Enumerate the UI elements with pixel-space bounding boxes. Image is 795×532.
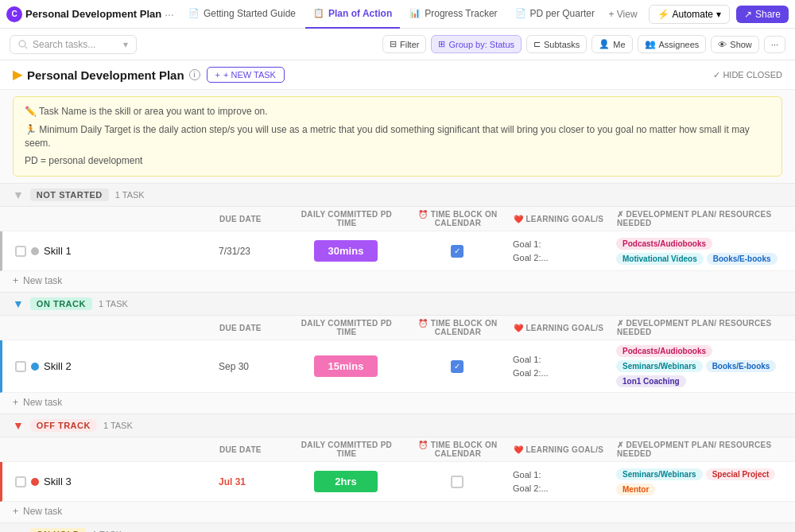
plus-icon: + (215, 70, 220, 80)
col-headers: DUE DATE DAILY COMMITTED PD TIME ⏰ TIME … (0, 316, 795, 340)
section-label-on-track: ON TRACK (30, 297, 92, 310)
task-row: Skill 1 7/31/23 30mins ✓ Goal 1:Goal 2:.… (0, 231, 795, 271)
toolbar-right: ⊟ Filter ⊞ Group by: Status ⊏ Subtasks 👤… (382, 35, 785, 53)
section-header-on-track: ▼ ON TRACK 1 TASK (0, 292, 795, 316)
main-content: ▶ Personal Development Plan i + + NEW TA… (0, 60, 795, 532)
tab-pd-per-quarter[interactable]: 📄PD per Quarter (507, 0, 598, 29)
dev-tag: Seminars/Webinars (616, 360, 703, 372)
search-box[interactable]: Search tasks... ▾ (10, 35, 137, 54)
subtasks-button[interactable]: ⊏ Subtasks (526, 35, 587, 53)
automate-button[interactable]: ⚡ Automate ▾ (649, 5, 730, 24)
group-by-button[interactable]: ⊞ Group by: Status (431, 35, 522, 53)
task-learning: Goal 1:Goal 2:... (513, 468, 616, 495)
tab-label: Getting Started Guide (204, 8, 296, 19)
section-label-not-started: NOT STARTED (30, 188, 109, 201)
dev-tag: Podcasts/Audiobooks (616, 345, 712, 357)
task-checkbox[interactable] (15, 476, 26, 487)
section-header-on-hold: ▼ ON HOLD 1 TASK (0, 522, 795, 532)
section-not-started: ▼ NOT STARTED 1 TASK DUE DATE DAILY COMM… (0, 183, 795, 290)
col-due-date: DUE DATE (219, 215, 291, 223)
section-label-on-hold: ON HOLD (30, 528, 86, 532)
col-headers: DUE DATE DAILY COMMITTED PD TIME ⏰ TIME … (0, 207, 795, 231)
new-task-row[interactable]: + New task (0, 271, 795, 290)
share-button[interactable]: ↗ Share (736, 6, 789, 23)
calendar-checkbox[interactable] (451, 476, 463, 488)
section-toggle-on-hold[interactable]: ▼ (13, 528, 24, 532)
notice-line3: PD = personal development (25, 154, 142, 168)
calendar-checkbox[interactable]: ✓ (451, 245, 463, 258)
section-off-track: ▼ OFF TRACK 1 TASK DUE DATE DAILY COMMIT… (0, 414, 795, 521)
dev-tag: Special Project (706, 468, 776, 480)
section-toggle-not-started[interactable]: ▼ (13, 188, 24, 201)
page-header-title: ▶ Personal Development Plan i (13, 68, 200, 82)
share-icon: ↗ (744, 9, 752, 20)
section-header-off-track: ▼ OFF TRACK 1 TASK (0, 414, 795, 437)
search-chevron[interactable]: ▾ (123, 39, 128, 50)
col-calendar: ⏰ TIME BLOCK ON CALENDAR (402, 319, 514, 336)
new-task-label: New task (23, 506, 62, 517)
section-on-hold: ▼ ON HOLD 1 TASK DUE DATE DAILY COMMITTE… (0, 522, 795, 532)
tab-list: 📄Getting Started Guide📋Plan of Action📊Pr… (180, 0, 598, 29)
title-more-icon[interactable]: ··· (165, 8, 174, 21)
task-checkbox[interactable] (15, 246, 26, 257)
calendar-checkbox[interactable]: ✓ (451, 360, 463, 373)
toolbar: Search tasks... ▾ ⊟ Filter ⊞ Group by: S… (0, 29, 795, 60)
task-name: Skill 2 (44, 360, 219, 372)
info-icon[interactable]: i (189, 69, 200, 80)
col-pd-time: DAILY COMMITTED PD TIME (291, 441, 402, 458)
col-learning: ❤️ LEARNING GOAL/S (514, 215, 617, 223)
me-button[interactable]: 👤 Me (591, 35, 632, 53)
new-task-button[interactable]: + + NEW TASK (207, 67, 285, 83)
task-name: Skill 3 (44, 476, 219, 487)
top-bar: C Personal Development Plan ··· 📄Getting… (0, 0, 795, 29)
header-expand-icon[interactable]: ▶ (13, 68, 22, 82)
new-task-row[interactable]: + New task (0, 393, 795, 412)
tab-progress-tracker[interactable]: 📊Progress Tracker (401, 0, 505, 29)
subtasks-icon: ⊏ (533, 39, 541, 49)
app-icon: C (6, 6, 22, 22)
col-pd-time: DAILY COMMITTED PD TIME (291, 210, 402, 227)
tab-label: Progress Tracker (425, 8, 497, 19)
col-dev-plan: ✗ DEVELOPMENT PLAN/ RESOURCES NEEDED (617, 210, 795, 227)
task-dev-tags: Seminars/WebinarsSpecial ProjectMentor (616, 468, 795, 495)
tab-getting-started[interactable]: 📄Getting Started Guide (180, 0, 304, 29)
col-due-date: DUE DATE (219, 324, 291, 332)
task-due-date: Jul 31 (219, 476, 290, 487)
tab-icon: 📊 (409, 8, 421, 18)
task-dev-tags: Podcasts/AudiobooksMotivational VideosBo… (616, 238, 795, 265)
more-icon: ··· (771, 40, 778, 49)
col-calendar: ⏰ TIME BLOCK ON CALENDAR (402, 210, 514, 227)
task-name: Skill 1 (44, 245, 219, 257)
plus-icon: + (13, 506, 18, 517)
tab-plan-of-action[interactable]: 📋Plan of Action (305, 0, 400, 29)
automate-icon: ⚡ (657, 9, 669, 20)
task-calendar: ✓ (401, 360, 513, 373)
more-options-button[interactable]: ··· (764, 36, 785, 53)
search-placeholder: Search tasks... (33, 39, 95, 50)
hide-closed-button[interactable]: ✓ HIDE CLOSED (713, 70, 782, 80)
filter-button[interactable]: ⊟ Filter (382, 35, 426, 53)
automate-chevron: ▾ (716, 9, 721, 20)
add-view-button[interactable]: + View (600, 0, 645, 29)
col-learning: ❤️ LEARNING GOAL/S (514, 324, 617, 332)
section-toggle-off-track[interactable]: ▼ (13, 419, 24, 432)
col-dev-plan: ✗ DEVELOPMENT PLAN/ RESOURCES NEEDED (617, 441, 795, 458)
filter-icon: ⊟ (390, 39, 397, 49)
time-badge: 2hrs (314, 471, 378, 492)
section-count-not-started: 1 TASK (115, 190, 145, 200)
show-button[interactable]: 👁 Show (711, 36, 759, 53)
page-header: ▶ Personal Development Plan i + + NEW TA… (0, 60, 795, 90)
new-task-label: New task (23, 275, 62, 286)
task-row: Skill 2 Sep 30 15mins ✓ Goal 1:Goal 2:..… (0, 340, 795, 393)
new-task-row[interactable]: + New task (0, 502, 795, 521)
page-title: Personal Development Plan (25, 8, 161, 20)
task-dot (31, 478, 39, 486)
task-checkbox[interactable] (15, 361, 26, 372)
dev-tag: Podcasts/Audiobooks (616, 238, 712, 250)
notice-box: ✏️ Task Name is the skill or area you wa… (13, 96, 782, 177)
section-toggle-on-track[interactable]: ▼ (13, 297, 24, 310)
assignees-button[interactable]: 👥 Assignees (638, 35, 707, 53)
section-label-off-track: OFF TRACK (30, 419, 97, 432)
dev-tag: Mentor (616, 483, 655, 495)
col-headers: DUE DATE DAILY COMMITTED PD TIME ⏰ TIME … (0, 437, 795, 462)
